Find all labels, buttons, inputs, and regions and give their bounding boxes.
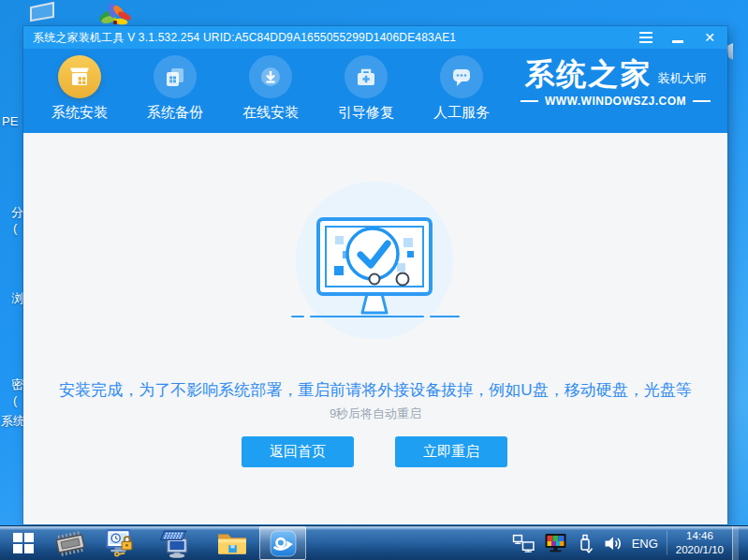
monitor-lock-icon: [103, 528, 137, 558]
nav-label: 人工服务: [422, 104, 501, 122]
nav-support-service[interactable]: 人工服务: [422, 55, 501, 122]
return-home-button[interactable]: 返回首页: [242, 436, 354, 467]
nav-label: 系统安装: [40, 104, 119, 122]
taskbar-file-explorer-app[interactable]: [210, 526, 255, 560]
taskbar: ENG 14:46 2020/1/10: [0, 526, 748, 560]
nav-system-backup[interactable]: 系统备份: [136, 55, 214, 122]
taskbar-my-computer-app[interactable]: [152, 526, 198, 560]
auto-reboot-countdown: 9秒后将自动重启: [23, 405, 727, 422]
clock-date: 2020/1/10: [676, 543, 724, 557]
folder-icon: [214, 528, 250, 558]
nav-system-install[interactable]: 系统安装: [40, 55, 119, 122]
taskbar-clock[interactable]: 14:46 2020/1/10: [676, 529, 724, 557]
usb-device-icon[interactable]: [576, 533, 594, 553]
install-complete-message: 安装完成，为了不影响系统部署，重启前请将外接设备拔掉，例如U盘，移动硬盘，光盘等: [23, 379, 727, 401]
nav-label: 引导修复: [327, 104, 405, 122]
nav-label: 系统备份: [136, 104, 214, 122]
window-title: 系统之家装机工具 V 3.1.532.254 URID:A5C84DD9A165…: [33, 30, 456, 46]
desktop-icon-fragment[interactable]: [726, 43, 733, 60]
nav-boot-repair[interactable]: 引导修复: [327, 55, 405, 122]
window-content: 安装完成，为了不影响系统部署，重启前请将外接设备拔掉，例如U盘，移动硬盘，光盘等…: [23, 133, 727, 524]
brand-subtitle: 装机大师: [658, 70, 707, 89]
desktop-label-fen: 分: [11, 204, 23, 221]
desktop-label-pe: PE: [2, 114, 18, 128]
support-chat-icon: [440, 55, 483, 98]
nav-online-install[interactable]: 在线安装: [231, 55, 310, 122]
desktop-label-paren1: (: [13, 221, 17, 235]
brand-title: 系统之家: [525, 59, 653, 89]
show-desktop-button[interactable]: [732, 526, 739, 560]
brand-logo: 系统之家 装机大师 WWW.WINDOWSZJ.COM: [520, 59, 711, 108]
clock-time: 14:46: [676, 529, 724, 543]
volume-icon[interactable]: [603, 533, 623, 553]
tray-divider: [667, 531, 667, 555]
language-indicator[interactable]: ENG: [632, 537, 658, 551]
desktop-label-xitong: 系统: [1, 413, 25, 430]
window-navbar: 系统安装 系统备份: [23, 49, 727, 133]
installer-app-logo-icon: [270, 530, 297, 557]
desktop-label-mi: 密: [11, 376, 23, 393]
online-download-icon: [249, 55, 292, 98]
backup-copies-icon: [154, 55, 197, 98]
brand-website: WWW.WINDOWSZJ.COM: [545, 95, 686, 108]
start-button[interactable]: [4, 526, 43, 560]
memory-chip-icon: [51, 528, 89, 558]
brand-dash-left: [521, 100, 538, 102]
display-settings-icon[interactable]: [544, 533, 567, 553]
brand-dash-right: [693, 100, 711, 102]
desktop-label-paren2: (: [13, 393, 17, 407]
nav-label: 在线安装: [231, 104, 310, 122]
windows-logo-icon: [12, 532, 35, 554]
menu-icon[interactable]: [638, 29, 654, 46]
taskbar-password-tool-app[interactable]: [97, 526, 142, 560]
reboot-now-button[interactable]: 立即重启: [395, 436, 507, 467]
desktop-pc-icon[interactable]: [29, 1, 55, 27]
desktop-label-liu: 浏: [11, 290, 23, 307]
network-icon[interactable]: [512, 534, 535, 553]
minimize-icon[interactable]: [669, 29, 686, 46]
boot-repair-toolbox-icon: [345, 55, 388, 98]
installer-window: 系统之家装机工具 V 3.1.532.254 URID:A5C84DD9A165…: [23, 26, 727, 524]
computer-keyboard-icon: [157, 528, 193, 559]
install-box-icon: [58, 55, 101, 98]
close-icon[interactable]: ✕: [701, 29, 718, 46]
system-tray: ENG 14:46 2020/1/10: [512, 526, 748, 560]
taskbar-memory-chip-app[interactable]: [49, 526, 92, 560]
desktop: PE 分 ( 浏 密 ( 系统 系统之家装机工具 V 3.1.532.254 U…: [0, 0, 748, 560]
window-titlebar: 系统之家装机工具 V 3.1.532.254 URID:A5C84DD9A165…: [23, 26, 727, 49]
taskbar-installer-app[interactable]: [259, 526, 306, 560]
install-success-illustration: [281, 180, 468, 350]
